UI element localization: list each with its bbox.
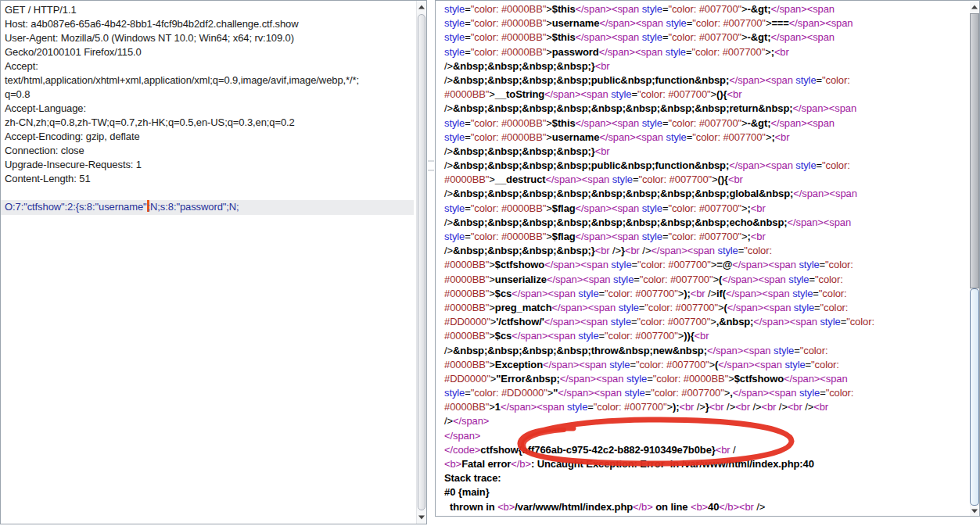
request-header-line: text/html,application/xhtml+xml,applicat…	[5, 73, 416, 88]
response-source-line: style="color: #DD0000">"</span><span sty…	[444, 386, 970, 400]
scroll-up-button[interactable]	[970, 1, 979, 13]
request-scrollbar-thumb[interactable]	[418, 14, 425, 510]
request-header-line: Accept-Language:	[5, 102, 416, 116]
request-panel[interactable]: GET / HTTP/1.1Host: a4b087e6-65a6-4b42-8…	[0, 0, 427, 524]
response-source-line: #0000BB">$ctfshowo</span><span style="co…	[444, 258, 970, 272]
scroll-down-button[interactable]	[417, 511, 426, 524]
response-source-line: #DD0000">"Error&nbsp;</span><span style=…	[444, 372, 970, 386]
request-header-line: zh-CN,zh;q=0.8,zh-TW;q=0.7,zh-HK;q=0.5,e…	[5, 116, 416, 130]
response-source-line: #0000BB">Exception</span><span style="co…	[444, 358, 970, 372]
request-header-line: Accept:	[5, 59, 416, 73]
response-source-line: />&nbsp;&nbsp;&nbsp;&nbsp;&nbsp;&nbsp;&n…	[444, 216, 970, 230]
response-source-line: />&nbsp;&nbsp;&nbsp;&nbsp;}<br	[444, 59, 970, 73]
response-source-line: Stack trace:	[444, 471, 970, 485]
request-header-line: Content-Length: 51	[5, 172, 416, 186]
request-header-line	[5, 186, 416, 200]
response-source-line: />&nbsp;&nbsp;&nbsp;&nbsp;&nbsp;&nbsp;&n…	[444, 187, 970, 201]
response-source-line: style="color: #0000BB">$this</span><span…	[444, 116, 970, 131]
response-source-line: style="color: #0000BB">$this</span><span…	[444, 2, 970, 16]
response-source-line: #DD0000">'/ctfshow/'</span><span style="…	[444, 315, 970, 329]
response-source-line: />&nbsp;&nbsp;&nbsp;&nbsp;&nbsp;&nbsp;&n…	[444, 102, 970, 116]
request-header-line: GET / HTTP/1.1	[5, 3, 416, 17]
request-header-line: Gecko/20100101 Firefox/115.0	[5, 45, 416, 59]
response-source-line: <b>Fatal error</b>: Uncaught Exception: …	[444, 457, 970, 471]
request-header-line: Connection: close	[5, 144, 416, 158]
request-header-line: Upgrade-Insecure-Requests: 1	[5, 158, 416, 172]
request-header-line: Accept-Encoding: gzip, deflate	[5, 130, 416, 144]
response-viewer[interactable]: style="color: #0000BB">$this</span><span…	[436, 1, 970, 516]
response-source-line: #0000BB">1</span><span style="color: #00…	[444, 400, 970, 414]
response-source-line: style="color: #0000BB">$this</span><span…	[444, 30, 970, 45]
scroll-up-arrow-icon	[418, 5, 425, 9]
response-source-line: #0000BB">$cs</span><span style="color: #…	[444, 287, 970, 301]
response-source-line: style="color: #0000BB">username</span><s…	[444, 16, 970, 30]
response-source-line: #0000BB">__toString</span><span style="c…	[444, 88, 970, 102]
response-source-line: #0000BB">__destruct</span><span style="c…	[444, 173, 970, 187]
response-flag-line: </code>ctfshow{aff766ab-c975-42c2-b882-9…	[444, 443, 970, 457]
response-source-line: style="color: #0000BB">password</span><s…	[444, 45, 970, 59]
response-source-line: #0000BB">unserialize</span><span style="…	[444, 273, 970, 287]
response-scrollbar[interactable]	[970, 1, 979, 516]
splitter-grip-icon	[428, 160, 434, 171]
scroll-down-button[interactable]	[970, 506, 979, 516]
response-source-line: style="color: #0000BB">username</span><s…	[444, 131, 970, 145]
request-scrollbar[interactable]	[416, 1, 426, 524]
request-body-text: O:7:"ctfshow":2:{s:8:"username"	[5, 201, 147, 213]
response-panel[interactable]: style="color: #0000BB">$this</span><span…	[435, 0, 980, 517]
request-body-text: ;N;s:8:"password";N;	[148, 201, 239, 213]
scroll-up-button[interactable]	[417, 1, 426, 13]
response-source-line: />&nbsp;&nbsp;&nbsp;&nbsp;}<br	[444, 145, 970, 159]
scroll-down-arrow-icon	[418, 516, 425, 520]
scroll-down-arrow-icon	[971, 509, 978, 513]
request-header-line: q=0.8	[5, 88, 416, 102]
response-source-line: style="color: #0000BB">$flag</span><span…	[444, 202, 970, 216]
response-source-line: />&nbsp;&nbsp;&nbsp;&nbsp;}<br />}<br />…	[444, 244, 970, 258]
scroll-up-arrow-icon	[971, 5, 978, 9]
response-scrollbar-thumb[interactable]	[970, 288, 979, 506]
response-source-line: #0000BB">preg_match</span><span style="c…	[444, 301, 970, 315]
request-body-selected-line[interactable]: O:7:"ctfshow":2:{s:8:"username";N;s:8:"p…	[1, 200, 414, 215]
response-source-line: #0 {main}	[444, 485, 970, 499]
response-source-line: /></span>	[444, 414, 970, 428]
response-source-line: thrown in <b>/var/www/html/index.php</b>…	[444, 500, 970, 514]
response-source-line: style="color: #0000BB">$flag</span><span…	[444, 230, 970, 244]
request-editor[interactable]: GET / HTTP/1.1Host: a4b087e6-65a6-4b42-8…	[1, 1, 416, 524]
response-source-line: </span>	[444, 429, 970, 443]
panel-splitter[interactable]	[427, 0, 435, 526]
response-source-line: />&nbsp;&nbsp;&nbsp;&nbsp;public&nbsp;fu…	[444, 73, 970, 88]
request-header-line: User-Agent: Mozilla/5.0 (Windows NT 10.0…	[5, 31, 416, 45]
http-message-viewer: GET / HTTP/1.1Host: a4b087e6-65a6-4b42-8…	[0, 0, 980, 526]
request-header-line: Host: a4b087e6-65a6-4b42-8bb1-4fcf9b4b2d…	[5, 17, 416, 31]
response-source-line: #0000BB">$cs</span><span style="color: #…	[444, 329, 970, 343]
response-scrollbar-track[interactable]	[970, 13, 979, 288]
response-source-line: />&nbsp;&nbsp;&nbsp;&nbsp;throw&nbsp;new…	[444, 344, 970, 358]
response-source-line: />&nbsp;&nbsp;&nbsp;&nbsp;public&nbsp;fu…	[444, 159, 970, 173]
